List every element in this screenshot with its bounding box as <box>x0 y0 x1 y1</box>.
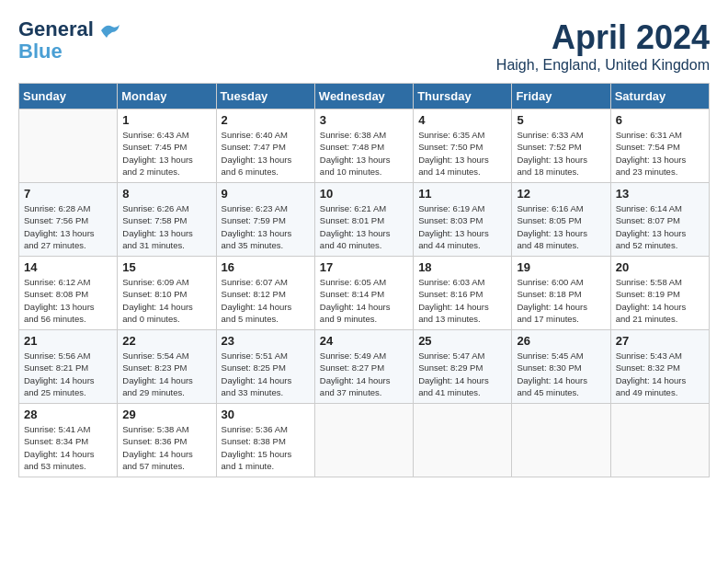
calendar-cell: 27Sunrise: 5:43 AMSunset: 8:32 PMDayligh… <box>610 330 709 404</box>
day-number: 6 <box>616 113 704 127</box>
day-number: 20 <box>616 260 704 274</box>
day-info: Sunrise: 5:56 AMSunset: 8:21 PMDaylight:… <box>24 350 112 398</box>
day-number: 13 <box>616 187 704 201</box>
weekday-header-sunday: Sunday <box>19 84 118 109</box>
weekday-header-friday: Friday <box>512 84 610 109</box>
day-info: Sunrise: 5:36 AMSunset: 8:38 PMDaylight:… <box>222 423 310 472</box>
calendar-cell: 12Sunrise: 6:16 AMSunset: 8:05 PMDayligh… <box>512 183 610 257</box>
calendar-week-row: 21Sunrise: 5:56 AMSunset: 8:21 PMDayligh… <box>19 330 710 404</box>
day-info: Sunrise: 6:23 AMSunset: 7:59 PMDaylight:… <box>222 202 310 251</box>
logo: General Blue <box>18 18 119 63</box>
calendar-cell <box>414 404 512 477</box>
day-info: Sunrise: 6:16 AMSunset: 8:05 PMDaylight:… <box>517 202 605 251</box>
calendar-cell: 11Sunrise: 6:19 AMSunset: 8:03 PMDayligh… <box>414 183 512 257</box>
calendar-cell: 21Sunrise: 5:56 AMSunset: 8:21 PMDayligh… <box>19 330 118 404</box>
calendar-week-row: 7Sunrise: 6:28 AMSunset: 7:56 PMDaylight… <box>19 183 710 257</box>
calendar-cell: 29Sunrise: 5:38 AMSunset: 8:36 PMDayligh… <box>118 404 216 477</box>
calendar-cell: 5Sunrise: 6:33 AMSunset: 7:52 PMDaylight… <box>512 109 610 183</box>
weekday-header-monday: Monday <box>118 84 216 109</box>
day-number: 3 <box>320 113 408 127</box>
calendar-cell: 8Sunrise: 6:26 AMSunset: 7:58 PMDaylight… <box>118 183 216 257</box>
day-info: Sunrise: 5:54 AMSunset: 8:23 PMDaylight:… <box>122 350 210 398</box>
day-number: 8 <box>122 187 210 201</box>
day-info: Sunrise: 6:05 AMSunset: 8:14 PMDaylight:… <box>320 276 408 325</box>
day-number: 22 <box>122 334 210 348</box>
calendar-cell: 7Sunrise: 6:28 AMSunset: 7:56 PMDaylight… <box>19 183 118 257</box>
day-info: Sunrise: 5:58 AMSunset: 8:19 PMDaylight:… <box>616 276 704 325</box>
calendar-cell: 9Sunrise: 6:23 AMSunset: 7:59 PMDaylight… <box>216 183 314 257</box>
calendar-cell: 17Sunrise: 6:05 AMSunset: 8:14 PMDayligh… <box>314 257 413 330</box>
calendar-cell: 25Sunrise: 5:47 AMSunset: 8:29 PMDayligh… <box>414 330 512 404</box>
day-number: 21 <box>24 334 112 348</box>
calendar-cell: 20Sunrise: 5:58 AMSunset: 8:19 PMDayligh… <box>610 257 709 330</box>
calendar-cell: 30Sunrise: 5:36 AMSunset: 8:38 PMDayligh… <box>216 404 314 477</box>
location: Haigh, England, United Kingdom <box>496 57 710 74</box>
day-number: 29 <box>122 408 210 421</box>
logo-text: General <box>18 18 119 40</box>
day-info: Sunrise: 5:43 AMSunset: 8:32 PMDaylight:… <box>616 350 704 398</box>
calendar-cell <box>512 404 610 477</box>
day-info: Sunrise: 6:40 AMSunset: 7:47 PMDaylight:… <box>222 129 310 178</box>
day-info: Sunrise: 6:28 AMSunset: 7:56 PMDaylight:… <box>24 202 112 251</box>
day-info: Sunrise: 5:49 AMSunset: 8:27 PMDaylight:… <box>320 350 408 398</box>
day-info: Sunrise: 6:31 AMSunset: 7:54 PMDaylight:… <box>616 129 704 178</box>
calendar-header-row: SundayMondayTuesdayWednesdayThursdayFrid… <box>19 84 710 109</box>
calendar-cell: 3Sunrise: 6:38 AMSunset: 7:48 PMDaylight… <box>314 109 413 183</box>
day-info: Sunrise: 5:47 AMSunset: 8:29 PMDaylight:… <box>418 350 506 398</box>
day-number: 17 <box>320 260 408 274</box>
day-info: Sunrise: 6:26 AMSunset: 7:58 PMDaylight:… <box>122 202 210 251</box>
calendar-week-row: 1Sunrise: 6:43 AMSunset: 7:45 PMDaylight… <box>19 109 710 183</box>
calendar-cell: 13Sunrise: 6:14 AMSunset: 8:07 PMDayligh… <box>610 183 709 257</box>
logo-bird-icon <box>99 23 119 38</box>
day-info: Sunrise: 6:07 AMSunset: 8:12 PMDaylight:… <box>222 276 310 325</box>
calendar-cell: 24Sunrise: 5:49 AMSunset: 8:27 PMDayligh… <box>314 330 413 404</box>
day-number: 30 <box>222 408 310 421</box>
day-info: Sunrise: 6:00 AMSunset: 8:18 PMDaylight:… <box>517 276 605 325</box>
day-number: 24 <box>320 334 408 348</box>
calendar-cell: 15Sunrise: 6:09 AMSunset: 8:10 PMDayligh… <box>118 257 216 330</box>
calendar-cell: 10Sunrise: 6:21 AMSunset: 8:01 PMDayligh… <box>314 183 413 257</box>
day-number: 10 <box>320 187 408 201</box>
day-info: Sunrise: 6:12 AMSunset: 8:08 PMDaylight:… <box>24 276 112 325</box>
day-info: Sunrise: 6:35 AMSunset: 7:50 PMDaylight:… <box>418 129 506 178</box>
day-number: 23 <box>222 334 310 348</box>
weekday-header-thursday: Thursday <box>414 84 512 109</box>
weekday-header-saturday: Saturday <box>610 84 709 109</box>
day-number: 25 <box>418 334 506 348</box>
day-number: 15 <box>122 260 210 274</box>
calendar-cell: 22Sunrise: 5:54 AMSunset: 8:23 PMDayligh… <box>118 330 216 404</box>
weekday-header-wednesday: Wednesday <box>314 84 413 109</box>
day-info: Sunrise: 6:43 AMSunset: 7:45 PMDaylight:… <box>122 129 210 178</box>
day-info: Sunrise: 5:38 AMSunset: 8:36 PMDaylight:… <box>122 423 210 472</box>
day-number: 5 <box>517 113 605 127</box>
day-number: 26 <box>517 334 605 348</box>
calendar-cell: 18Sunrise: 6:03 AMSunset: 8:16 PMDayligh… <box>414 257 512 330</box>
page-header: General Blue April 2024 Haigh, England, … <box>18 18 710 74</box>
day-number: 19 <box>517 260 605 274</box>
day-number: 27 <box>616 334 704 348</box>
logo-blue: Blue <box>18 40 63 63</box>
calendar-cell: 28Sunrise: 5:41 AMSunset: 8:34 PMDayligh… <box>19 404 118 477</box>
calendar-cell: 19Sunrise: 6:00 AMSunset: 8:18 PMDayligh… <box>512 257 610 330</box>
day-info: Sunrise: 6:33 AMSunset: 7:52 PMDaylight:… <box>517 129 605 178</box>
calendar-cell: 2Sunrise: 6:40 AMSunset: 7:47 PMDaylight… <box>216 109 314 183</box>
calendar-week-row: 28Sunrise: 5:41 AMSunset: 8:34 PMDayligh… <box>19 404 710 477</box>
day-info: Sunrise: 6:14 AMSunset: 8:07 PMDaylight:… <box>616 202 704 251</box>
day-info: Sunrise: 6:09 AMSunset: 8:10 PMDaylight:… <box>122 276 210 325</box>
title-area: April 2024 Haigh, England, United Kingdo… <box>496 18 710 74</box>
calendar-table: SundayMondayTuesdayWednesdayThursdayFrid… <box>18 83 710 477</box>
day-info: Sunrise: 6:38 AMSunset: 7:48 PMDaylight:… <box>320 129 408 178</box>
day-number: 18 <box>418 260 506 274</box>
day-number: 7 <box>24 187 112 201</box>
calendar-cell: 26Sunrise: 5:45 AMSunset: 8:30 PMDayligh… <box>512 330 610 404</box>
day-number: 14 <box>24 260 112 274</box>
day-number: 1 <box>122 113 210 127</box>
calendar-cell <box>314 404 413 477</box>
calendar-week-row: 14Sunrise: 6:12 AMSunset: 8:08 PMDayligh… <box>19 257 710 330</box>
day-number: 11 <box>418 187 506 201</box>
day-number: 28 <box>24 408 112 421</box>
day-number: 4 <box>418 113 506 127</box>
day-number: 12 <box>517 187 605 201</box>
day-number: 9 <box>222 187 310 201</box>
calendar-cell: 23Sunrise: 5:51 AMSunset: 8:25 PMDayligh… <box>216 330 314 404</box>
